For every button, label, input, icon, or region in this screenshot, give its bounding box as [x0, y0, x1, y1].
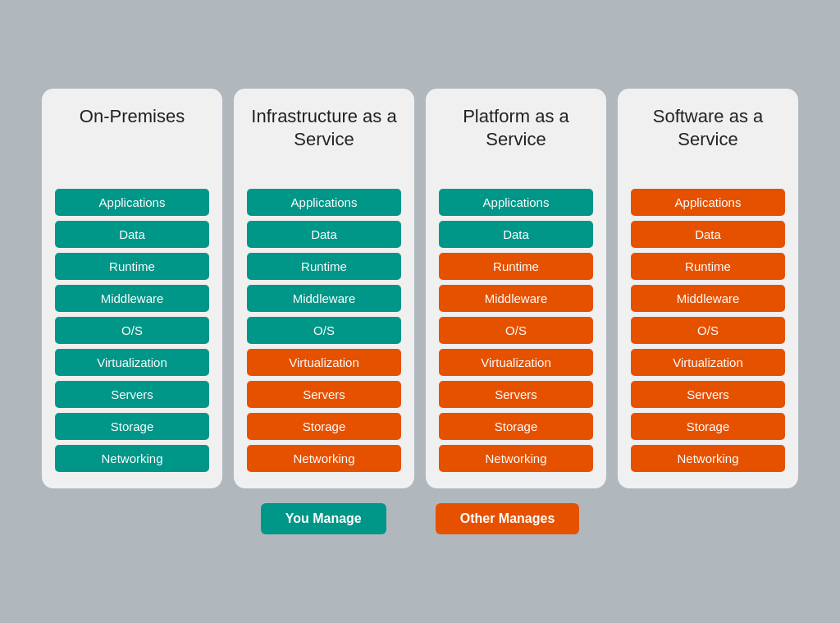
item-runtime-saas: Runtime: [631, 253, 785, 280]
item-virtualization-paas: Virtualization: [439, 349, 593, 376]
item-o/s-paas: O/S: [439, 317, 593, 344]
item-networking-on-premises: Networking: [55, 445, 209, 472]
item-applications-saas: Applications: [631, 189, 785, 216]
item-runtime-on-premises: Runtime: [55, 253, 209, 280]
item-virtualization-iaas: Virtualization: [247, 349, 401, 376]
column-title-saas: Software as a Service: [631, 105, 785, 171]
item-o/s-iaas: O/S: [247, 317, 401, 344]
item-runtime-paas: Runtime: [439, 253, 593, 280]
column-iaas: Infrastructure as a ServiceApplicationsD…: [234, 89, 414, 488]
items-list-saas: ApplicationsDataRuntimeMiddlewareO/SVirt…: [631, 189, 785, 472]
item-o/s-saas: O/S: [631, 317, 785, 344]
item-storage-paas: Storage: [439, 413, 593, 440]
item-virtualization-on-premises: Virtualization: [55, 349, 209, 376]
item-storage-iaas: Storage: [247, 413, 401, 440]
item-applications-paas: Applications: [439, 189, 593, 216]
item-data-on-premises: Data: [55, 221, 209, 248]
other-manages-button: Other Manages: [436, 503, 580, 534]
legend-row: You Manage Other Manages: [261, 503, 580, 534]
items-list-on-premises: ApplicationsDataRuntimeMiddlewareO/SVirt…: [55, 189, 209, 472]
column-paas: Platform as a ServiceApplicationsDataRun…: [426, 89, 606, 488]
item-runtime-iaas: Runtime: [247, 253, 401, 280]
main-container: On-PremisesApplicationsDataRuntimeMiddle…: [16, 89, 824, 534]
column-title-paas: Platform as a Service: [439, 105, 593, 171]
item-data-saas: Data: [631, 221, 785, 248]
you-manage-button: You Manage: [261, 503, 386, 534]
item-middleware-paas: Middleware: [439, 285, 593, 312]
column-title-iaas: Infrastructure as a Service: [247, 105, 401, 171]
item-servers-on-premises: Servers: [55, 381, 209, 408]
item-data-paas: Data: [439, 221, 593, 248]
item-storage-on-premises: Storage: [55, 413, 209, 440]
item-data-iaas: Data: [247, 221, 401, 248]
item-servers-paas: Servers: [439, 381, 593, 408]
item-networking-saas: Networking: [631, 445, 785, 472]
item-virtualization-saas: Virtualization: [631, 349, 785, 376]
item-networking-iaas: Networking: [247, 445, 401, 472]
items-list-iaas: ApplicationsDataRuntimeMiddlewareO/SVirt…: [247, 189, 401, 472]
item-servers-saas: Servers: [631, 381, 785, 408]
column-title-on-premises: On-Premises: [80, 105, 185, 171]
items-list-paas: ApplicationsDataRuntimeMiddlewareO/SVirt…: [439, 189, 593, 472]
item-middleware-saas: Middleware: [631, 285, 785, 312]
item-storage-saas: Storage: [631, 413, 785, 440]
item-middleware-on-premises: Middleware: [55, 285, 209, 312]
column-on-premises: On-PremisesApplicationsDataRuntimeMiddle…: [42, 89, 222, 488]
item-servers-iaas: Servers: [247, 381, 401, 408]
item-applications-iaas: Applications: [247, 189, 401, 216]
columns-row: On-PremisesApplicationsDataRuntimeMiddle…: [16, 89, 824, 488]
item-o/s-on-premises: O/S: [55, 317, 209, 344]
item-middleware-iaas: Middleware: [247, 285, 401, 312]
item-networking-paas: Networking: [439, 445, 593, 472]
column-saas: Software as a ServiceApplicationsDataRun…: [618, 89, 798, 488]
item-applications-on-premises: Applications: [55, 189, 209, 216]
